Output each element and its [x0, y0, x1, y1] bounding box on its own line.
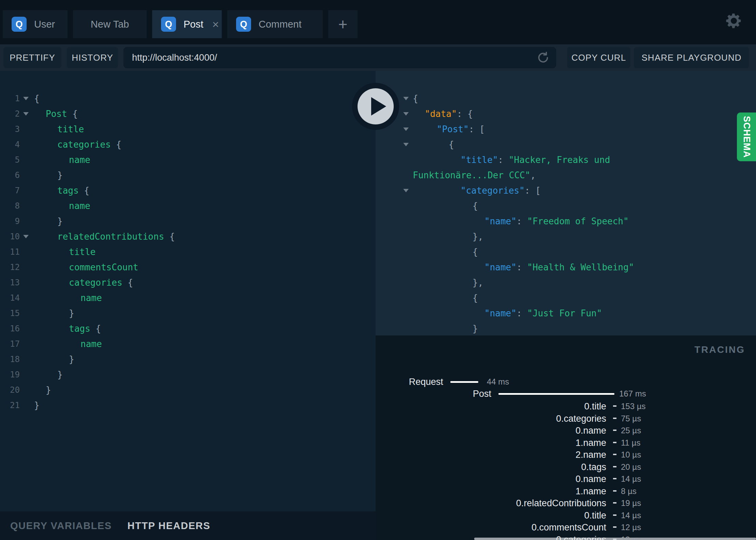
token: }: [34, 400, 40, 410]
settings-gear-icon[interactable]: [725, 12, 743, 30]
token: : [: [525, 185, 541, 196]
token: : {: [457, 109, 473, 119]
token: {: [449, 139, 454, 150]
trace-row: 0.categories13 µs: [376, 534, 756, 540]
fold-column: [20, 97, 34, 100]
trace-label: 0.categories: [376, 535, 606, 540]
fold-triangle-icon[interactable]: [403, 97, 409, 100]
token: "name": [484, 308, 517, 318]
code-line: {: [376, 91, 756, 106]
trace-row: Request44 ms: [376, 376, 756, 388]
copy-curl-button[interactable]: COPY CURL: [567, 47, 630, 68]
prettify-button[interactable]: PRETTIFY: [3, 47, 61, 68]
token: categories: [57, 139, 111, 150]
query-editor[interactable]: 1{2Post {3title4categories {5name6}7tags…: [0, 71, 376, 511]
token: {: [472, 247, 478, 257]
tab-user[interactable]: QUser: [3, 10, 68, 38]
token: {: [111, 139, 121, 150]
fold-triangle-icon[interactable]: [403, 143, 409, 146]
line-number: 14: [0, 293, 20, 303]
token: {: [79, 185, 89, 196]
history-button[interactable]: HISTORY: [67, 47, 118, 68]
line-number: 15: [0, 309, 20, 318]
line-number: 5: [0, 155, 20, 165]
token: "Just For Fun": [527, 308, 602, 318]
code-line: {: [376, 137, 756, 152]
token: }: [57, 216, 63, 226]
code-text: categories {: [34, 278, 133, 288]
code-text: }: [34, 385, 51, 395]
trace-row: 0.relatedContributions19 µs: [376, 497, 756, 509]
code-text: relatedContributions {: [34, 231, 175, 242]
schema-tab[interactable]: SCHEMA: [737, 112, 756, 161]
tab-new-plus[interactable]: +: [328, 10, 358, 38]
endpoint-input[interactable]: [123, 47, 556, 68]
fold-triangle-icon[interactable]: [23, 97, 29, 100]
tab-post[interactable]: QPost×: [152, 10, 222, 38]
trace-dash-icon: [613, 502, 616, 504]
close-icon[interactable]: ×: [212, 18, 219, 30]
code-line: Funktionäre...Der CCC",: [376, 167, 756, 183]
trace-dash-icon: [613, 405, 616, 407]
line-number: 4: [0, 140, 20, 149]
code-line: 4categories {: [0, 137, 376, 152]
trace-label: 0.name: [376, 474, 606, 484]
trace-dash-icon: [613, 514, 616, 516]
fold-triangle-icon[interactable]: [403, 112, 409, 116]
trace-row: 1.name11 µs: [376, 437, 756, 449]
fold-column: [376, 189, 413, 192]
code-text: {: [413, 293, 478, 303]
code-text: commentsCount: [34, 262, 139, 272]
trace-row: 0.commentsCount12 µs: [376, 521, 756, 534]
trace-duration: 12 µs: [621, 523, 641, 532]
code-text: "title": "Hacker, Freaks und: [413, 155, 610, 165]
code-text: }: [34, 216, 63, 226]
token: tags: [69, 324, 90, 334]
tab-comment[interactable]: QComment: [227, 10, 323, 38]
tab-new-tab[interactable]: New Tab: [73, 10, 147, 38]
trace-label: 0.commentsCount: [376, 522, 606, 533]
response-viewer[interactable]: {"data": {"Post": [{"title": "Hacker, Fr…: [376, 71, 756, 335]
tab-label: User: [34, 19, 55, 30]
trace-label: 1.name: [376, 486, 606, 497]
token: "Hacker, Freaks und: [509, 155, 610, 165]
code-line: {: [376, 244, 756, 259]
token: }: [69, 354, 74, 364]
query-variables-tab[interactable]: QUERY VARIABLES: [10, 520, 112, 531]
line-number: 9: [0, 216, 20, 226]
fold-triangle-icon[interactable]: [23, 112, 29, 116]
code-text: }: [34, 308, 74, 318]
token: commentsCount: [69, 262, 139, 272]
code-text: {: [413, 93, 418, 104]
token: categories: [69, 278, 122, 288]
code-line: 7tags {: [0, 183, 376, 198]
code-text: tags {: [34, 324, 101, 334]
trace-row: 0.tags20 µs: [376, 461, 756, 473]
fold-triangle-icon[interactable]: [403, 127, 409, 131]
trace-bar: [450, 381, 478, 383]
code-line: "title": "Hacker, Freaks und: [376, 152, 756, 167]
reload-icon[interactable]: [536, 51, 550, 64]
share-playground-button[interactable]: SHARE PLAYGROUND: [634, 47, 749, 68]
http-headers-tab[interactable]: HTTP HEADERS: [128, 520, 210, 531]
tracing-panel[interactable]: TRACING Request44 msPost167 ms0.title153…: [376, 335, 756, 540]
token: "data": [425, 109, 457, 119]
code-text: "data": {: [413, 109, 473, 119]
trace-duration: 25 µs: [621, 426, 641, 435]
endpoint-url-box: [123, 47, 556, 68]
code-text: Post {: [34, 109, 78, 119]
token: name: [81, 293, 102, 303]
play-button[interactable]: [352, 83, 399, 130]
token: {: [164, 231, 175, 242]
fold-column: [20, 235, 34, 238]
code-text: Funktionäre...Der CCC",: [413, 170, 536, 180]
code-line: 3title: [0, 121, 376, 137]
code-line: 5name: [0, 152, 376, 167]
code-text: name: [34, 155, 90, 165]
token: {: [122, 278, 133, 288]
code-line: "name": "Just For Fun": [376, 305, 756, 321]
fold-triangle-icon[interactable]: [23, 235, 29, 238]
fold-triangle-icon[interactable]: [403, 189, 409, 192]
token: {: [34, 93, 40, 104]
code-text: }: [34, 400, 40, 410]
